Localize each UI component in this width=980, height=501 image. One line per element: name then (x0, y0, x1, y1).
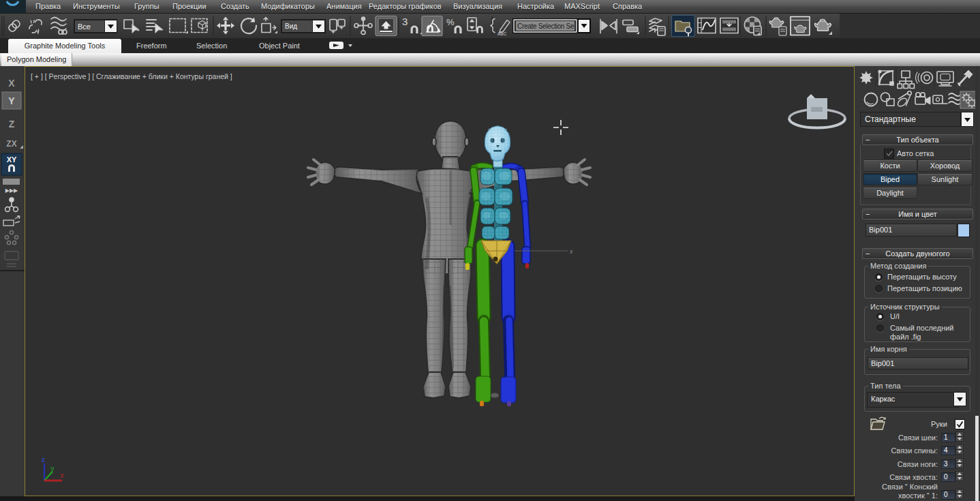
svg-text:x: x (60, 472, 64, 479)
svg-text:3: 3 (402, 16, 408, 27)
svg-text:Все: Все (78, 22, 91, 31)
svg-text:Z: Z (9, 119, 15, 130)
svg-text:%: % (446, 17, 455, 27)
svg-text:Вид: Вид (285, 22, 297, 30)
svg-text:Y: Y (8, 95, 15, 106)
svg-text:▶▶▶: ▶▶▶ (5, 187, 18, 194)
svg-text:x: x (570, 248, 573, 255)
svg-text:ZX: ZX (6, 139, 16, 149)
svg-text:XY: XY (7, 155, 17, 164)
svg-text:y: y (50, 465, 55, 472)
svg-text:Create Selection Se: Create Selection Se (517, 22, 575, 30)
svg-text:X: X (8, 78, 15, 89)
svg-text:ABC: ABC (497, 31, 507, 36)
svg-text:z: z (42, 456, 45, 464)
